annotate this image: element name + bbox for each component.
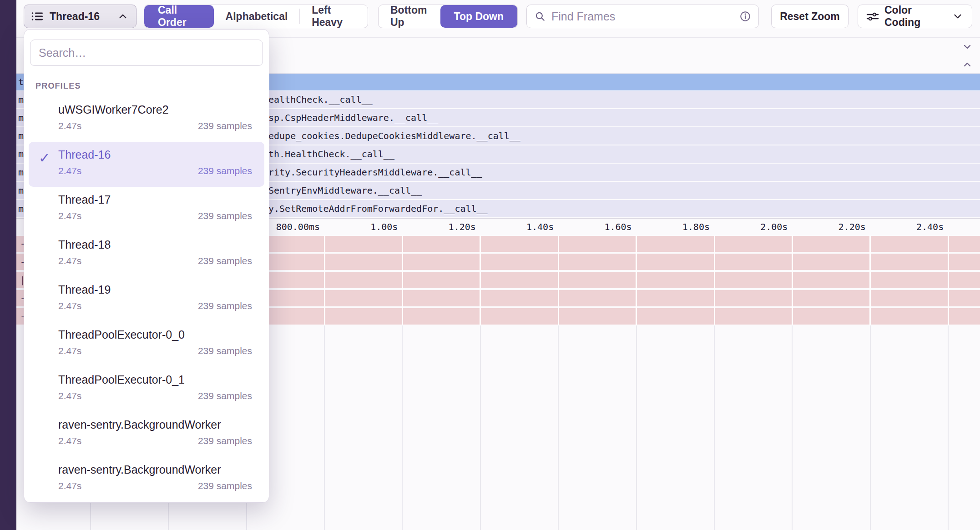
profile-item-samples: 239 samples (198, 345, 252, 356)
profile-search-placeholder: Search… (39, 46, 86, 60)
profile-item-stats: 2.47s239 samples (29, 435, 264, 446)
profile-item[interactable]: ThreadPoolExecutor-0_12.47s239 samples (29, 367, 264, 412)
profile-list: uWSGIWorker7Core22.47s239 samples✓Thread… (24, 97, 269, 500)
frame-text-fragment: edupe_cookies.DedupeCookiesMiddleware.__… (268, 127, 520, 145)
frame-edge-fragment: m (18, 109, 24, 126)
profile-item-samples: 239 samples (198, 120, 252, 131)
profile-item-duration: 2.47s (58, 435, 81, 446)
profile-item[interactable]: Thread-182.47s239 samples (29, 232, 264, 277)
profile-item-samples: 239 samples (198, 435, 252, 446)
chevron-up-icon[interactable] (962, 59, 973, 70)
frame-edge-fragment: m (18, 127, 24, 145)
profile-item-duration: 2.47s (58, 480, 81, 491)
profile-item[interactable]: ✓Thread-162.47s239 samples (29, 142, 264, 187)
frame-edge-fragment: m (18, 91, 24, 108)
frame-text-fragment: ealthCheck.__call__ (268, 91, 373, 108)
profile-item-samples: 239 samples (198, 165, 252, 176)
app-sidebar-strip (0, 0, 16, 530)
profile-item-stats: 2.47s239 samples (29, 300, 264, 311)
frame-edge-fragment: m (18, 145, 24, 163)
profile-item-name: raven-sentry.BackgroundWorker (29, 457, 264, 476)
frame-text-fragment: SentryEnvMiddleware.__call__ (268, 182, 422, 199)
time-axis-label: 2.40s (830, 219, 944, 235)
profile-item[interactable]: uWSGIWorker7Core22.47s239 samples (29, 97, 264, 142)
profile-item-stats: 2.47s239 samples (29, 120, 264, 131)
thread-selector-dropdown: Search… PROFILES uWSGIWorker7Core22.47s2… (24, 29, 269, 503)
profile-item-samples: 239 samples (198, 255, 252, 266)
profile-item-name: raven-sentry.BackgroundWorker (29, 412, 264, 431)
profile-item-name: Thread-17 (29, 187, 264, 206)
profile-item-name: Thread-19 (29, 277, 264, 296)
profile-item-stats: 2.47s239 samples (29, 480, 264, 491)
profile-item-name: Thread-16 (29, 142, 264, 161)
frame-text-fragment: sp.CspHeaderMiddleware.__call__ (268, 109, 438, 126)
frame-edge-fragment: m (18, 164, 24, 181)
profile-item-name: ThreadPoolExecutor-0_1 (29, 367, 264, 386)
frame-edge-fragment: m (18, 200, 24, 217)
profile-item-samples: 239 samples (198, 480, 252, 491)
profiles-section-label: PROFILES (35, 81, 269, 91)
profile-item[interactable]: raven-sentry.BackgroundWorker2.47s239 sa… (29, 412, 264, 457)
profile-item-name: ThreadPoolExecutor-0_0 (29, 322, 264, 341)
checkmark-icon: ✓ (39, 150, 50, 166)
profile-item-duration: 2.47s (58, 210, 81, 221)
profile-item-samples: 239 samples (198, 300, 252, 311)
profile-item-stats: 2.47s239 samples (29, 390, 264, 401)
profile-item-duration: 2.47s (58, 390, 81, 401)
profile-item-name: Thread-18 (29, 232, 264, 251)
profile-item-duration: 2.47s (58, 345, 81, 356)
profile-item[interactable]: ThreadPoolExecutor-0_02.47s239 samples (29, 322, 264, 367)
profile-item[interactable]: Thread-192.47s239 samples (29, 277, 264, 322)
frame-text-fragment: t (18, 73, 24, 90)
profile-item-samples: 239 samples (198, 390, 252, 401)
frame-text-fragment: rity.SecurityHeadersMiddleware.__call__ (268, 164, 482, 181)
profile-item-duration: 2.47s (58, 165, 81, 176)
profile-item-stats: 2.47s239 samples (29, 165, 264, 176)
profile-item-stats: 2.47s239 samples (29, 345, 264, 356)
profiler-app: t mealthCheck.__call__msp.CspHeaderMiddl… (0, 0, 980, 530)
profile-item-name: uWSGIWorker7Core2 (29, 97, 264, 116)
profile-item-duration: 2.47s (58, 300, 81, 311)
chevron-down-icon[interactable] (962, 41, 973, 52)
frame-text-fragment: th.HealthCheck.__call__ (268, 145, 394, 163)
profile-item[interactable]: raven-sentry.BackgroundWorker2.47s239 sa… (29, 457, 264, 500)
profile-search-input[interactable]: Search… (30, 40, 263, 66)
profile-item[interactable]: Thread-172.47s239 samples (29, 187, 264, 232)
profile-item-stats: 2.47s239 samples (29, 210, 264, 221)
frame-edge-fragment: m (18, 182, 24, 199)
profile-item-duration: 2.47s (58, 120, 81, 131)
profile-item-stats: 2.47s239 samples (29, 255, 264, 266)
profile-item-samples: 239 samples (198, 210, 252, 221)
profile-item-duration: 2.47s (58, 255, 81, 266)
frame-text-fragment: y.SetRemoteAddrFromForwardedFor.__call__ (268, 200, 488, 217)
